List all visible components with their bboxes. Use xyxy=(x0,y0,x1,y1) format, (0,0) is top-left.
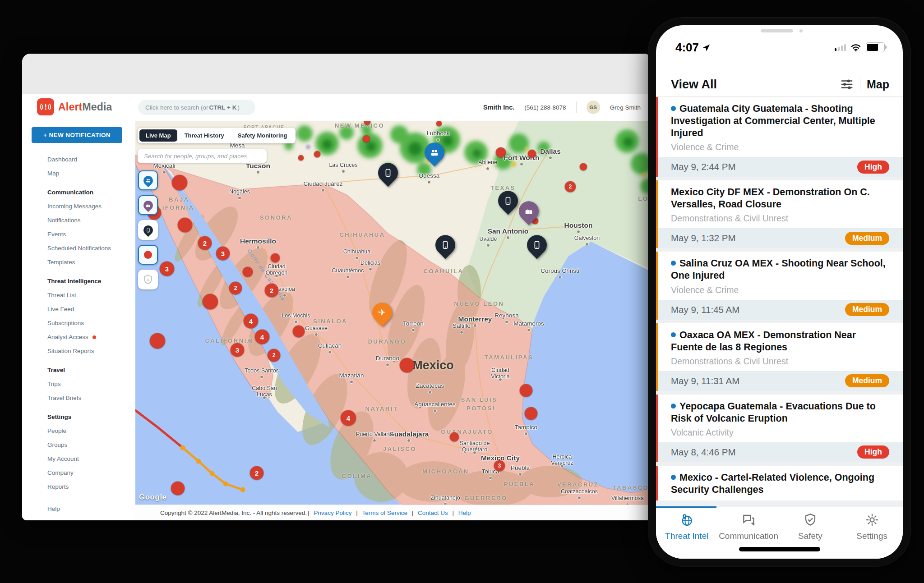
threat-cluster-marker[interactable]: 3 xyxy=(231,343,244,357)
map-pin-phone[interactable] xyxy=(378,163,398,183)
sidebar-item-people[interactable]: People xyxy=(47,424,135,438)
tab-threat-intel[interactable]: Threat Intel xyxy=(656,507,718,559)
threat-marker[interactable] xyxy=(150,333,165,349)
threat-cluster-marker[interactable]: 2 xyxy=(229,282,242,294)
map-pin-people[interactable] xyxy=(425,142,444,162)
city-dot xyxy=(386,363,389,367)
map-tab-live-map[interactable]: Live Map xyxy=(139,129,177,142)
threat-meta: May 9, 2:44 PM High xyxy=(656,157,903,177)
threat-marker[interactable] xyxy=(171,482,185,495)
phone-pin-icon xyxy=(494,187,522,215)
threat-marker[interactable] xyxy=(528,150,536,158)
threat-cluster-marker[interactable]: 2 xyxy=(198,236,212,250)
filter-icon[interactable] xyxy=(840,78,854,91)
sidebar-item-threat-list[interactable]: Threat List xyxy=(47,288,135,302)
threat-marker[interactable] xyxy=(400,358,414,372)
threat-card[interactable]: Mexico City DF MEX - Demonstration On C.… xyxy=(656,180,903,248)
threat-cluster-marker[interactable]: 4 xyxy=(244,314,258,328)
city-dot xyxy=(506,236,510,239)
threat-marker[interactable] xyxy=(525,407,537,420)
sidebar-item-analyst-access[interactable]: Analyst Access xyxy=(47,330,135,344)
threat-marker[interactable] xyxy=(178,218,192,232)
city-dot xyxy=(560,464,564,468)
sidebar-item-reports[interactable]: Reports xyxy=(47,480,135,494)
threat-marker[interactable] xyxy=(363,135,370,142)
map-pin-phone[interactable] xyxy=(527,235,547,255)
map-search-input[interactable] xyxy=(138,149,267,163)
sidebar-item-trips[interactable]: Trips xyxy=(47,377,135,391)
sidebar-item-travel-briefs[interactable]: Travel Briefs xyxy=(47,391,135,405)
sidebar-item-events[interactable]: Events xyxy=(47,227,135,241)
tab-settings[interactable]: Settings xyxy=(841,507,903,559)
city-dot xyxy=(473,451,476,454)
threat-marker[interactable] xyxy=(520,384,532,397)
threat-category: Demonstrations & Civil Unrest xyxy=(671,356,889,367)
sidebar-item-situation-reports[interactable]: Situation Reports xyxy=(47,344,135,358)
sidebar-item-help[interactable]: Help xyxy=(47,502,135,516)
threat-cluster-marker[interactable]: 2 xyxy=(268,349,280,362)
layer-toggle-building[interactable] xyxy=(138,195,158,215)
threat-card[interactable]: Yepocapa Guatemala - Evacuations Due to … xyxy=(656,395,903,462)
threat-marker[interactable] xyxy=(172,175,187,190)
threat-card[interactable]: Oaxaca OA MEX - Demonstration Near Fuent… xyxy=(656,323,903,391)
threat-marker[interactable] xyxy=(436,121,442,126)
map-canvas[interactable]: FORT APACHERESERVATNEW MEXICOTEXASLOUBAJ… xyxy=(135,121,652,505)
threat-cluster-marker[interactable]: 2 xyxy=(250,466,263,480)
threat-marker[interactable] xyxy=(314,151,320,157)
sidebar-item-scheduled-notifications[interactable]: Scheduled Notifications xyxy=(47,241,135,255)
map-link[interactable]: Map xyxy=(867,78,889,91)
threat-date: May 9, 11:45 AM xyxy=(671,304,739,315)
sidebar-item-notifications[interactable]: Notifications xyxy=(47,213,135,227)
map-pin-building[interactable] xyxy=(519,201,539,221)
global-search-input[interactable]: Click here to search (or CTRL + K) xyxy=(138,100,255,115)
footer-link-terms-of-service[interactable]: Terms of Service xyxy=(362,510,407,516)
sidebar-item-incoming-messages[interactable]: Incoming Messages xyxy=(47,199,135,213)
threat-marker[interactable] xyxy=(580,163,587,170)
layer-toggle-phone[interactable] xyxy=(138,220,158,240)
new-notification-button[interactable]: + NEW NOTIFICATION xyxy=(32,127,122,143)
map-tab-threat-history[interactable]: Threat History xyxy=(178,129,231,142)
map-pin-phone[interactable] xyxy=(498,191,518,211)
footer-link-help[interactable]: Help xyxy=(458,510,471,516)
threat-marker[interactable] xyxy=(271,253,280,262)
user-name[interactable]: Greg Smith xyxy=(610,104,641,111)
threat-cluster-marker[interactable]: 3 xyxy=(216,247,230,260)
map-pin-plane[interactable]: ✈ xyxy=(372,303,392,322)
phone-status-bar: 4:07 xyxy=(656,39,903,57)
header-account-area: Smith Inc. (561) 288-8078 GS Greg Smith xyxy=(483,94,641,121)
sidebar-item-my-account[interactable]: My Account xyxy=(47,452,135,466)
sidebar-item-subscriptions[interactable]: Subscriptions xyxy=(47,316,135,330)
threat-card[interactable]: Guatemala City Guatemala - Shooting Inve… xyxy=(656,97,903,177)
threat-cluster-marker[interactable]: 2 xyxy=(565,181,576,192)
map-tab-safety-monitoring[interactable]: Safety Monitoring xyxy=(231,129,294,142)
map-pin-phone[interactable] xyxy=(435,235,455,255)
threat-cluster-marker[interactable]: 4 xyxy=(255,330,269,344)
threat-marker[interactable] xyxy=(450,432,459,441)
threat-cluster-marker[interactable]: 2 xyxy=(265,284,278,297)
threat-marker[interactable] xyxy=(243,267,253,277)
threat-marker[interactable] xyxy=(203,294,218,309)
footer-link-privacy-policy[interactable]: Privacy Policy xyxy=(314,510,351,516)
layer-toggle-people[interactable] xyxy=(138,170,158,190)
sidebar-item-company[interactable]: Company xyxy=(47,466,135,480)
sidebar-item-templates[interactable]: Templates xyxy=(47,255,135,269)
threat-cluster-marker[interactable]: 3 xyxy=(494,460,505,471)
threat-cluster-marker[interactable]: 3 xyxy=(160,262,174,276)
sidebar-item-map[interactable]: Map xyxy=(47,166,135,180)
threat-cluster-marker[interactable]: 4 xyxy=(341,410,356,426)
threat-marker[interactable] xyxy=(293,326,305,337)
threat-marker[interactable] xyxy=(496,147,506,157)
avatar[interactable]: GS xyxy=(587,101,600,114)
sidebar-item-live-feed[interactable]: Live Feed xyxy=(47,302,135,316)
phone-speaker xyxy=(761,29,793,32)
sidebar-item-groups[interactable]: Groups xyxy=(47,438,135,452)
layer-toggle-circle[interactable] xyxy=(138,245,158,265)
threat-icon xyxy=(679,513,694,529)
threat-marker[interactable] xyxy=(298,155,304,161)
home-indicator[interactable] xyxy=(739,547,820,551)
footer-link-contact-us[interactable]: Contact Us xyxy=(418,510,448,516)
sidebar-item-dashboard[interactable]: Dashboard xyxy=(47,152,135,166)
threat-card[interactable]: Mexico - Cartel-Related Violence, Ongoin… xyxy=(656,466,903,500)
threat-card[interactable]: Salina Cruz OA MEX - Shooting Near Schoo… xyxy=(656,252,903,319)
layer-toggle-shield[interactable]: G xyxy=(138,270,158,289)
